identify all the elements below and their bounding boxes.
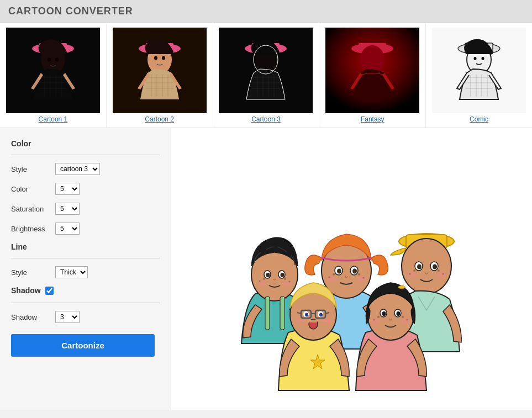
svg-point-46 <box>352 269 357 274</box>
line-style-select[interactable]: Thin Thick <box>55 266 88 278</box>
line-section: Line Style Thin Thick <box>11 242 160 278</box>
svg-point-58 <box>417 264 422 269</box>
svg-point-64 <box>438 269 440 272</box>
svg-point-26 <box>474 57 477 60</box>
thumb-image-cartoon2 <box>113 28 207 113</box>
svg-rect-77 <box>309 320 317 322</box>
app-container: CARTOON CONVERTER <box>0 0 532 418</box>
cartoonize-button[interactable]: Cartoonize <box>11 334 155 357</box>
divider-2 <box>11 258 160 258</box>
svg-point-51 <box>358 273 360 276</box>
svg-point-59 <box>433 264 437 269</box>
svg-point-10 <box>154 56 157 60</box>
svg-point-61 <box>436 272 446 278</box>
brightness-row: Brightness 1234 5678 910 <box>11 223 160 235</box>
brightness-label: Brightness <box>11 225 55 233</box>
color-section-title: Color <box>11 139 160 148</box>
thumb-label-cartoon1[interactable]: Cartoon 1 <box>39 115 68 123</box>
svg-point-89 <box>373 319 375 321</box>
thumb-image-fantasy <box>325 28 419 113</box>
thumbnail-cartoon3[interactable]: Cartoon 3 <box>213 23 320 128</box>
divider-1 <box>11 155 160 155</box>
thumb-image-cartoon3 <box>219 28 313 113</box>
thumbnail-fantasy[interactable]: Fantasy <box>319 23 426 128</box>
color-select[interactable]: 1234 5678 910 <box>55 183 80 195</box>
svg-point-38 <box>284 278 286 280</box>
svg-point-91 <box>406 319 408 321</box>
thumb-label-cartoon2[interactable]: Cartoon 2 <box>145 115 174 123</box>
saturation-label: Saturation <box>11 205 55 213</box>
right-panel <box>171 128 532 410</box>
svg-point-11 <box>162 56 165 60</box>
svg-point-39 <box>288 281 290 283</box>
svg-point-35 <box>283 281 292 287</box>
svg-point-55 <box>402 239 451 294</box>
svg-point-37 <box>259 281 260 282</box>
svg-point-85 <box>396 311 400 316</box>
svg-rect-41 <box>280 297 285 330</box>
svg-point-32 <box>266 273 270 277</box>
line-style-label: Style <box>11 268 55 277</box>
brightness-select[interactable]: 1234 5678 910 <box>55 223 80 235</box>
svg-point-36 <box>263 278 265 280</box>
svg-point-87 <box>401 318 410 325</box>
svg-point-5 <box>55 58 59 62</box>
svg-point-52 <box>362 277 364 279</box>
svg-point-49 <box>333 273 335 276</box>
saturation-row: Saturation 1234 5678 910 <box>11 203 160 215</box>
svg-point-86 <box>371 318 381 325</box>
svg-point-79 <box>323 319 331 324</box>
thumb-label-comic[interactable]: Comic <box>470 115 488 123</box>
style-label: Style <box>11 165 55 173</box>
svg-point-34 <box>257 281 266 287</box>
thumb-image-comic <box>432 28 526 113</box>
line-style-row: Style Thin Thick <box>11 266 160 278</box>
svg-point-78 <box>295 319 304 324</box>
main-area: Color Style cartoon 1 cartoon 2 cartoon … <box>0 128 532 410</box>
thumb-label-fantasy[interactable]: Fantasy <box>361 115 384 123</box>
style-select[interactable]: cartoon 1 cartoon 2 cartoon 3 fantasy co… <box>55 163 100 175</box>
svg-point-88 <box>377 316 380 318</box>
svg-point-60 <box>407 272 417 278</box>
line-section-title: Line <box>11 242 160 251</box>
svg-point-50 <box>328 277 330 278</box>
thumb-figure-1 <box>6 28 100 113</box>
svg-point-33 <box>280 273 284 277</box>
thumb-label-cartoon3[interactable]: Cartoon 3 <box>251 115 281 123</box>
shadow-value-label: Shadow <box>11 313 55 321</box>
color-row: Color 1234 5678 910 <box>11 183 160 195</box>
svg-point-74 <box>305 313 308 317</box>
shadow-value-row: Shadow 12 3 4567 8910 <box>11 311 160 323</box>
svg-point-84 <box>382 311 386 316</box>
thumbnails-row: Cartoon 1 <box>0 23 532 128</box>
header: CARTOON CONVERTER <box>0 0 532 23</box>
thumb-figure-2 <box>113 28 207 113</box>
saturation-select[interactable]: 1234 5678 910 <box>55 203 80 215</box>
svg-point-45 <box>337 269 341 274</box>
app-title: CARTOON CONVERTER <box>8 6 524 17</box>
svg-point-65 <box>442 273 444 275</box>
svg-point-47 <box>326 276 336 282</box>
svg-point-75 <box>319 313 323 317</box>
color-label: Color <box>11 185 55 193</box>
thumbnail-cartoon2[interactable]: Cartoon 2 <box>107 23 213 128</box>
thumb-image-cartoon1 <box>6 28 100 113</box>
style-row: Style cartoon 1 cartoon 2 cartoon 3 fant… <box>11 163 160 175</box>
divider-3 <box>11 303 160 303</box>
shadow-select[interactable]: 12 3 4567 8910 <box>55 311 80 323</box>
shadow-section-title: Shadow <box>11 286 41 295</box>
shadow-checkbox[interactable] <box>45 287 54 295</box>
thumbnail-cartoon1[interactable]: Cartoon 1 <box>0 23 107 128</box>
svg-point-63 <box>409 273 410 275</box>
svg-point-27 <box>482 57 484 60</box>
svg-point-62 <box>413 269 415 272</box>
svg-point-4 <box>48 58 51 62</box>
svg-rect-40 <box>265 297 270 330</box>
color-section: Color Style cartoon 1 cartoon 2 cartoon … <box>11 139 160 235</box>
cartoon-preview-image <box>189 134 515 404</box>
shadow-section: Shadow Shadow 12 3 4567 8910 <box>11 286 160 323</box>
svg-point-90 <box>402 316 404 318</box>
shadow-header-row: Shadow <box>11 286 160 295</box>
left-panel: Color Style cartoon 1 cartoon 2 cartoon … <box>0 128 171 410</box>
thumbnail-comic[interactable]: Comic <box>426 23 532 128</box>
